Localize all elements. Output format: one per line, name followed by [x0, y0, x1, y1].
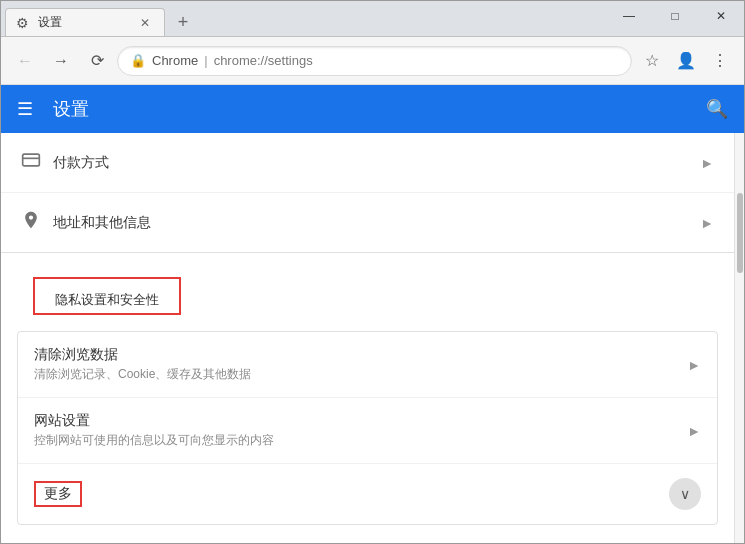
tab-title: 设置	[38, 14, 136, 31]
maximize-button[interactable]: □	[652, 3, 698, 29]
clear-browsing-text: 清除浏览数据 清除浏览记录、Cookie、缓存及其他数据	[34, 346, 687, 383]
payment-method-item[interactable]: 付款方式 ►	[1, 133, 734, 193]
site-settings-item[interactable]: 网站设置 控制网站可使用的信息以及可向您显示的内容 ►	[18, 398, 717, 464]
privacy-card: 清除浏览数据 清除浏览记录、Cookie、缓存及其他数据 ► 网站设置 控制网站…	[17, 331, 718, 525]
forward-button[interactable]: →	[45, 45, 77, 77]
back-button[interactable]: ←	[9, 45, 41, 77]
more-chevron-icon: ∨	[669, 478, 701, 510]
window-frame: ⚙ 设置 ✕ + — □ ✕ ← → ⟳ 🔒 Chrome | chrome	[0, 0, 745, 544]
site-settings-subtitle: 控制网站可使用的信息以及可向您显示的内容	[34, 432, 687, 449]
address-bar: ← → ⟳ 🔒 Chrome | chrome://settings ☆ 👤 ⋮	[1, 37, 744, 85]
svg-rect-0	[23, 154, 40, 166]
site-settings-title: 网站设置	[34, 412, 687, 430]
search-settings-icon[interactable]: 🔍	[706, 98, 728, 120]
address-item[interactable]: 地址和其他信息 ►	[1, 193, 734, 253]
window-controls: — □ ✕	[606, 1, 744, 36]
clear-browsing-item[interactable]: 清除浏览数据 清除浏览记录、Cookie、缓存及其他数据 ►	[18, 332, 717, 398]
tab-strip: ⚙ 设置 ✕ +	[1, 1, 606, 36]
omnibox-url: chrome://settings	[214, 53, 313, 68]
secure-icon: 🔒	[130, 53, 146, 68]
minimize-icon: —	[623, 9, 635, 23]
menu-button[interactable]: ⋮	[704, 45, 736, 77]
settings-header: ☰ 设置 🔍	[1, 85, 744, 133]
payment-title: 付款方式	[53, 154, 700, 172]
payment-text: 付款方式	[53, 154, 700, 172]
profile-button[interactable]: 👤	[670, 45, 702, 77]
new-tab-button[interactable]: +	[169, 8, 197, 36]
omnibox[interactable]: 🔒 Chrome | chrome://settings	[117, 46, 632, 76]
clear-browsing-subtitle: 清除浏览记录、Cookie、缓存及其他数据	[34, 366, 687, 383]
tab-favicon-icon: ⚙	[16, 15, 32, 31]
omnibox-brand: Chrome	[152, 53, 198, 68]
scrollbar[interactable]	[734, 133, 744, 543]
hamburger-icon[interactable]: ☰	[17, 98, 33, 120]
reload-button[interactable]: ⟳	[81, 45, 113, 77]
close-icon: ✕	[716, 9, 726, 23]
close-button[interactable]: ✕	[698, 3, 744, 29]
address-icon	[21, 210, 53, 235]
scrollbar-thumb[interactable]	[737, 193, 743, 273]
minimize-button[interactable]: —	[606, 3, 652, 29]
active-tab[interactable]: ⚙ 设置 ✕	[5, 8, 165, 36]
maximize-icon: □	[671, 9, 678, 23]
clear-browsing-arrow-icon: ►	[687, 357, 701, 373]
more-label: 更多	[34, 481, 82, 507]
content-area: 付款方式 ► 地址和其他信息 ► 隐私设置和安全性	[1, 133, 744, 543]
payment-icon	[21, 150, 53, 175]
privacy-section-label: 隐私设置和安全性	[33, 277, 181, 315]
privacy-section-wrapper: 隐私设置和安全性	[1, 261, 734, 323]
site-settings-text: 网站设置 控制网站可使用的信息以及可向您显示的内容	[34, 412, 687, 449]
address-title: 地址和其他信息	[53, 214, 700, 232]
address-arrow-icon: ►	[700, 215, 714, 231]
address-text: 地址和其他信息	[53, 214, 700, 232]
bookmark-button[interactable]: ☆	[636, 45, 668, 77]
title-bar: ⚙ 设置 ✕ + — □ ✕	[1, 1, 744, 37]
tab-close-button[interactable]: ✕	[136, 14, 154, 32]
settings-title: 设置	[53, 97, 706, 121]
payment-arrow-icon: ►	[700, 155, 714, 171]
omnibox-separator: |	[204, 53, 207, 68]
more-item[interactable]: 更多 ∨	[18, 464, 717, 524]
clear-browsing-title: 清除浏览数据	[34, 346, 687, 364]
toolbar-icons: ☆ 👤 ⋮	[636, 45, 736, 77]
site-settings-arrow-icon: ►	[687, 423, 701, 439]
main-content: 付款方式 ► 地址和其他信息 ► 隐私设置和安全性	[1, 133, 734, 543]
appearance-section: 外观	[1, 533, 734, 543]
